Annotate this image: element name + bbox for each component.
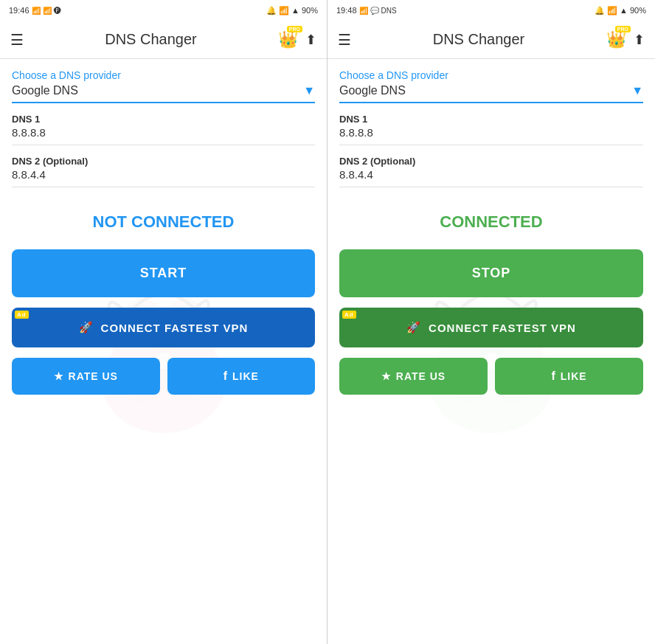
star-icon-left: ★ <box>54 370 64 382</box>
stop-button[interactable]: STOP <box>339 249 643 297</box>
battery-right: 90% <box>630 6 646 15</box>
bottom-buttons-right: ★ RATE US f LIKE <box>339 358 643 395</box>
rate-button-right[interactable]: ★ RATE US <box>339 358 488 395</box>
dns2-label-right: DNS 2 (Optional) <box>339 156 643 167</box>
status-left-left: 19:46 📶 📶 🅟 <box>9 6 61 15</box>
vpn-button-label-left: CONNECT FASTEST VPN <box>101 322 249 334</box>
dns2-field-right: DNS 2 (Optional) 8.8.4.4 <box>339 156 643 187</box>
dropdown-arrow-left: ▼ <box>303 84 315 97</box>
app-bar-actions-right: 👑 PRO ⬆ <box>606 30 645 49</box>
dns2-label-left: DNS 2 (Optional) <box>12 156 315 167</box>
dns1-label-right: DNS 1 <box>339 114 643 125</box>
status-bar-right: 19:48 📶 💬 DNS 🔔 📶 ▲ 90% <box>328 0 655 21</box>
app-bar-actions-left: 👑 PRO ⬆ <box>278 30 316 49</box>
status-right-left: 🔔 📶 ▲ 90% <box>266 6 318 15</box>
pro-badge-left: PRO <box>287 26 302 32</box>
crown-button-left[interactable]: 👑 PRO <box>278 30 298 49</box>
dropdown-arrow-right: ▼ <box>631 84 643 97</box>
dns1-field-left: DNS 1 8.8.8.8 <box>12 114 315 145</box>
vpn-button-label-right: CONNECT FASTEST VPN <box>429 322 576 334</box>
pro-badge-right: PRO <box>615 26 631 32</box>
dns1-field-right: DNS 1 8.8.8.8 <box>339 114 643 145</box>
content-left: Choose a DNS provider Google DNS ▼ DNS 1… <box>0 59 327 644</box>
signal-bars-left: ▲ <box>291 6 299 15</box>
start-button[interactable]: START <box>12 249 315 297</box>
connection-status-right: CONNECTED <box>339 212 643 232</box>
rocket-icon-right: 🚀 <box>406 321 421 334</box>
dns2-value-right: 8.8.4.4 <box>339 168 643 187</box>
battery-left: 90% <box>302 6 318 15</box>
dns-provider-label-right: Choose a DNS provider <box>339 69 643 81</box>
dns-label-right: DNS <box>381 7 397 15</box>
dns1-value-left: 8.8.8.8 <box>12 126 315 145</box>
dns-provider-value-right: Google DNS <box>339 84 406 97</box>
dns-provider-row-right[interactable]: Google DNS ▼ <box>339 84 643 103</box>
signal-bars-right: ▲ <box>620 6 628 15</box>
status-left-right: 19:48 📶 💬 DNS <box>336 6 397 15</box>
status-bar-left: 19:46 📶 📶 🅟 🔔 📶 ▲ 90% <box>0 0 327 21</box>
bottom-buttons-left: ★ RATE US f LIKE <box>12 358 315 395</box>
dns1-value-right: 8.8.8.8 <box>339 126 643 145</box>
dns-provider-section-right: Choose a DNS provider Google DNS ▼ <box>339 69 643 114</box>
like-label-left: LIKE <box>232 370 259 382</box>
right-screen: 19:48 📶 💬 DNS 🔔 📶 ▲ 90% ☰ DNS Changer 👑 … <box>328 0 655 644</box>
app-bar-left: ☰ DNS Changer 👑 PRO ⬆ <box>0 21 327 59</box>
crown-button-right[interactable]: 👑 PRO <box>606 30 626 49</box>
left-screen: 19:46 📶 📶 🅟 🔔 📶 ▲ 90% ☰ DNS Changer 👑 PR… <box>0 0 328 644</box>
dns2-value-left: 8.8.4.4 <box>12 168 315 187</box>
share-icon-right[interactable]: ⬆ <box>634 32 645 48</box>
status-right-right: 🔔 📶 ▲ 90% <box>595 6 646 15</box>
facebook-icon-right: f <box>551 370 555 383</box>
content-right: Choose a DNS provider Google DNS ▼ DNS 1… <box>328 59 655 644</box>
hamburger-icon-left[interactable]: ☰ <box>10 31 24 49</box>
hamburger-icon-right[interactable]: ☰ <box>338 31 351 49</box>
whatsapp-icon-right: 💬 <box>370 7 379 15</box>
ad-badge-vpn-right: Ad <box>342 311 356 319</box>
facebook-icon-left: f <box>223 370 228 383</box>
app-title-left: DNS Changer <box>24 31 278 48</box>
p-icon-left: 🅟 <box>54 7 61 15</box>
wifi-icon-left: 📶 <box>279 6 289 15</box>
bell-icon-right: 🔔 <box>595 6 605 15</box>
wifi-icon-right: 📶 <box>607 6 617 15</box>
like-button-right[interactable]: f LIKE <box>495 358 643 395</box>
time-left: 19:46 <box>9 6 30 15</box>
rate-button-left[interactable]: ★ RATE US <box>12 358 160 395</box>
star-icon-right: ★ <box>381 370 392 382</box>
app-bar-right: ☰ DNS Changer 👑 PRO ⬆ <box>328 21 655 59</box>
vpn-button-right[interactable]: Ad 🚀 CONNECT FASTEST VPN <box>339 308 643 347</box>
app-title-right: DNS Changer <box>351 31 606 48</box>
time-right: 19:48 <box>336 6 357 15</box>
signal2-icon-left: 📶 <box>43 7 52 15</box>
connection-status-left: NOT CONNECTED <box>12 212 315 232</box>
dns-provider-section-left: Choose a DNS provider Google DNS ▼ <box>12 69 315 114</box>
like-label-right: LIKE <box>561 370 587 382</box>
dns1-label-left: DNS 1 <box>12 114 315 125</box>
vpn-button-left[interactable]: Ad 🚀 CONNECT FASTEST VPN <box>12 308 315 347</box>
dns-provider-value-left: Google DNS <box>12 84 78 97</box>
ad-badge-vpn-left: Ad <box>15 311 29 319</box>
rate-label-right: RATE US <box>396 370 446 382</box>
share-icon-left[interactable]: ⬆ <box>305 32 316 48</box>
dns2-field-left: DNS 2 (Optional) 8.8.4.4 <box>12 156 315 187</box>
bell-icon-left: 🔔 <box>266 6 277 15</box>
rocket-icon-left: 🚀 <box>79 321 94 334</box>
like-button-left[interactable]: f LIKE <box>167 358 316 395</box>
rate-label-left: RATE US <box>69 370 118 382</box>
dns-provider-label-left: Choose a DNS provider <box>12 69 315 81</box>
dns-provider-row-left[interactable]: Google DNS ▼ <box>12 84 315 103</box>
signal-icon-left: 📶 <box>32 7 41 15</box>
signal-icon-right: 📶 <box>359 7 368 15</box>
